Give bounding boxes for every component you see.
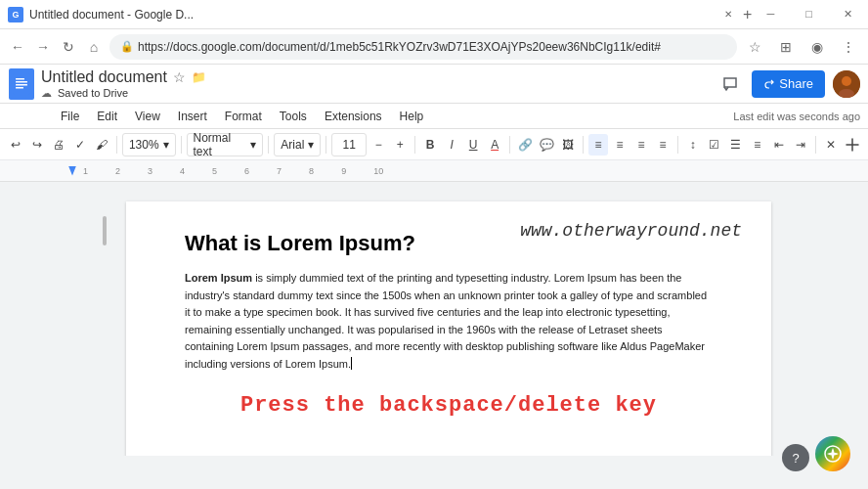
ruler-mark: 3 [148, 166, 152, 176]
body-bold-text: Lorem Ipsum [185, 272, 252, 284]
extensions-button[interactable]: ⊞ [774, 35, 798, 59]
menu-view[interactable]: View [127, 108, 168, 125]
ruler-mark: 8 [309, 166, 314, 176]
increase-indent-button[interactable]: ⇥ [791, 134, 810, 156]
tab-title: Untitled document - Google D... [29, 8, 720, 22]
cloud-icon: ☁ [41, 87, 52, 100]
decrease-indent-button[interactable]: ⇤ [769, 134, 789, 156]
zoom-value: 130% [129, 138, 159, 152]
sidebar-handle[interactable] [97, 201, 116, 254]
menu-format[interactable]: Format [217, 108, 270, 125]
back-button[interactable]: ← [8, 37, 27, 57]
paint-format-button[interactable]: 🖌 [92, 134, 111, 156]
menu-tools[interactable]: Tools [272, 108, 315, 125]
minimize-button[interactable]: ─ [760, 8, 783, 21]
zoom-chevron: ▾ [163, 138, 169, 152]
spell-check-button[interactable]: ✓ [70, 134, 90, 156]
sep-9 [815, 136, 816, 154]
home-button[interactable]: ⌂ [84, 37, 104, 57]
share-button[interactable]: Share [752, 70, 825, 98]
sep-8 [677, 136, 678, 154]
align-right-button[interactable]: ≡ [631, 134, 651, 156]
sep-2 [181, 136, 182, 154]
italic-button[interactable]: I [442, 134, 461, 156]
menu-edit[interactable]: Edit [89, 108, 125, 125]
align-left-button[interactable]: ≡ [588, 134, 608, 156]
checklist-button[interactable]: ☑ [705, 134, 724, 156]
ruler-mark: 7 [277, 166, 282, 176]
redo-button[interactable]: ↪ [27, 134, 47, 156]
ruler-mark: 2 [115, 166, 120, 176]
star-icon[interactable]: ☆ [173, 69, 186, 85]
maximize-button[interactable]: □ [798, 8, 820, 21]
svg-rect-3 [16, 84, 27, 86]
clear-format-button[interactable]: ✕ [821, 134, 841, 156]
docs-logo-icon [9, 68, 34, 100]
forward-button[interactable]: → [33, 37, 53, 57]
toolbar-more-button[interactable] [843, 134, 862, 156]
undo-button[interactable]: ↩ [6, 134, 25, 156]
move-icon[interactable]: 📁 [192, 70, 206, 84]
sep-5 [414, 136, 415, 154]
ruler-mark: 6 [244, 166, 249, 176]
svg-rect-2 [16, 81, 27, 83]
menu-help[interactable]: Help [392, 108, 432, 125]
font-size-increase[interactable]: + [390, 134, 410, 156]
sep-4 [326, 136, 326, 154]
link-button[interactable]: 🔗 [515, 134, 535, 156]
new-tab-button[interactable]: + [736, 3, 760, 26]
ruler-mark: 5 [212, 166, 217, 176]
doc-title[interactable]: Untitled document [41, 68, 167, 86]
numbering-button[interactable]: ≡ [748, 134, 767, 156]
font-dropdown[interactable]: Arial ▾ [274, 133, 321, 156]
sep-1 [116, 136, 117, 154]
browser-actions: ☆ ⊞ ◉ ⋮ [743, 35, 860, 59]
bold-button[interactable]: B [420, 134, 440, 156]
menu-bar: File Edit View Insert Format Tools Exten… [0, 104, 868, 129]
menu-extensions[interactable]: Extensions [317, 108, 390, 125]
style-dropdown[interactable]: Normal text ▾ [187, 133, 264, 156]
toolbar: ↩ ↪ 🖨 ✓ 🖌 130% ▾ Normal text ▾ Arial ▾ −… [0, 129, 868, 160]
text-color-button[interactable]: A [485, 134, 504, 156]
line-spacing-button[interactable]: ↕ [683, 134, 703, 156]
ruler-mark: 1 [83, 166, 88, 176]
help-button[interactable]: ? [782, 444, 809, 471]
font-value: Arial [281, 138, 304, 152]
gemini-button[interactable] [815, 436, 850, 471]
image-button[interactable]: 🖼 [558, 134, 578, 156]
underline-button[interactable]: U [463, 134, 483, 156]
sep-6 [509, 136, 510, 154]
justify-button[interactable]: ≡ [653, 134, 673, 156]
header-right: Share [716, 70, 860, 98]
last-edit-status: Last edit was seconds ago [733, 111, 860, 122]
document-page[interactable]: www.otherwayround.net What is Lorem Ipsu… [126, 201, 771, 456]
reload-button[interactable]: ↻ [59, 37, 78, 57]
zoom-dropdown[interactable]: 130% ▾ [122, 133, 176, 156]
ruler-marker-left[interactable] [68, 166, 76, 176]
svg-rect-8 [103, 216, 107, 245]
profile-button[interactable]: ◉ [805, 35, 829, 59]
close-tab-btn[interactable]: ✕ [724, 9, 732, 20]
font-size-decrease[interactable]: − [369, 134, 388, 156]
settings-button[interactable]: ⋮ [837, 35, 860, 59]
bullets-button[interactable]: ☰ [726, 134, 746, 156]
address-bar[interactable]: 🔒 https://docs.google.com/document/d/1me… [109, 34, 737, 60]
tab-favicon: G [8, 7, 23, 22]
sep-7 [583, 136, 584, 154]
sep-3 [268, 136, 269, 154]
style-value: Normal text [194, 131, 247, 158]
close-button[interactable]: ✕ [836, 8, 860, 21]
avatar[interactable] [833, 70, 860, 98]
page-body[interactable]: Lorem Ipsum is simply dummied text of th… [185, 270, 713, 374]
comment-button[interactable] [716, 70, 744, 98]
print-button[interactable]: 🖨 [49, 134, 68, 156]
bookmark-button[interactable]: ☆ [743, 35, 766, 59]
svg-rect-1 [16, 78, 24, 80]
menu-insert[interactable]: Insert [170, 108, 215, 125]
comment-button[interactable]: 💬 [537, 134, 556, 156]
font-size-input[interactable] [331, 133, 367, 156]
browser-bar: ← → ↻ ⌂ 🔒 https://docs.google.com/docume… [0, 29, 868, 65]
align-center-button[interactable]: ≡ [610, 134, 629, 156]
doc-area: www.otherwayround.net What is Lorem Ipsu… [0, 182, 868, 456]
menu-file[interactable]: File [53, 108, 87, 125]
